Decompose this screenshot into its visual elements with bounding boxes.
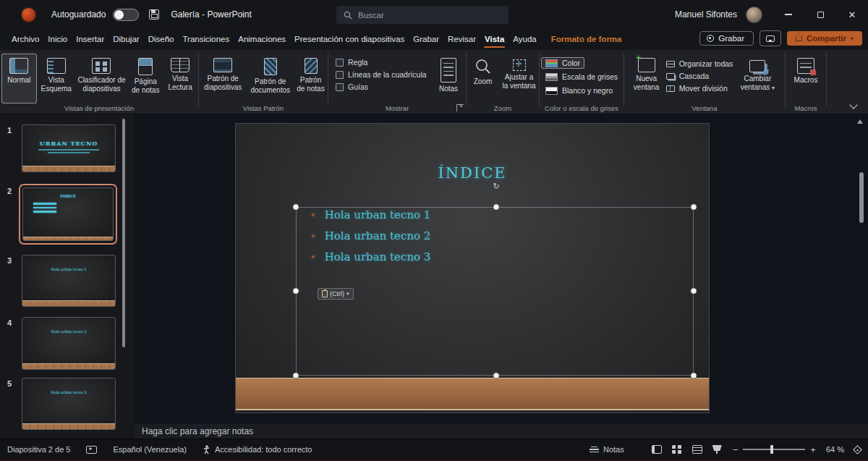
collapse-ribbon-icon[interactable] <box>849 101 857 109</box>
notes-page-button[interactable]: Página de notas <box>129 54 162 103</box>
normal-view-button[interactable]: Normal <box>1 54 37 103</box>
cascade-button[interactable]: Cascada <box>666 72 733 80</box>
resize-handle[interactable] <box>692 373 697 378</box>
tab-insertar[interactable]: Insertar <box>72 30 109 48</box>
resize-handle[interactable] <box>294 205 299 210</box>
outline-view-button[interactable]: Vista Esquema <box>38 54 75 103</box>
slide-thumbnail-5[interactable]: Hola urban tecno 3 <box>22 378 116 430</box>
minimize-button[interactable] <box>773 0 804 29</box>
zoom-slider[interactable] <box>743 449 805 450</box>
comments-button[interactable] <box>760 30 781 46</box>
close-button[interactable]: ✕ <box>836 0 868 29</box>
gridlines-checkbox[interactable]: Líneas de la cuadrícula <box>336 70 433 79</box>
tab-dibujar[interactable]: Dibujar <box>109 30 143 48</box>
move-split-button[interactable]: Mover división <box>666 84 733 93</box>
slide-title[interactable]: ÍNDICE <box>236 164 709 182</box>
slide-sorter-button[interactable]: Clasificador de diapositivas <box>76 54 128 103</box>
tab-ayuda[interactable]: Ayuda <box>509 30 540 48</box>
zoom-button[interactable]: Zoom <box>468 54 498 103</box>
notes-toggle[interactable]: Notas <box>590 445 624 454</box>
avatar[interactable] <box>746 7 762 23</box>
search-icon <box>344 11 352 20</box>
rotate-handle-icon[interactable]: ↻ <box>491 182 501 192</box>
save-icon[interactable] <box>149 9 159 20</box>
thumbnail-scrollbar[interactable] <box>122 119 125 347</box>
presenter-display-button[interactable] <box>86 446 97 454</box>
search-box[interactable]: Buscar <box>336 6 509 24</box>
record-button[interactable]: Grabar <box>699 31 754 46</box>
slide-thumbnail-2-selected[interactable]: ÍNDICE <box>19 184 117 245</box>
tab-revisar[interactable]: Revisar <box>443 30 480 48</box>
language-button[interactable]: Español (Venezuela) <box>113 445 187 454</box>
handout-master-button[interactable]: Patrón de documentos <box>248 54 294 103</box>
tab-animaciones[interactable]: Animaciones <box>234 30 290 48</box>
notes-master-icon <box>305 58 318 74</box>
tab-inicio[interactable]: Inicio <box>43 30 72 48</box>
slide-thumbnail-4[interactable]: Hola urban tecno 2 <box>22 317 116 370</box>
scroll-up-icon[interactable] <box>857 117 863 124</box>
toggle-knob <box>114 10 124 20</box>
tab-formato-de-forma[interactable]: Formato de forma <box>547 30 626 48</box>
slide-master-button[interactable]: Patrón de diapositivas <box>200 54 246 103</box>
fit-to-window-button[interactable]: Ajustar a la ventana <box>501 54 537 103</box>
document-title: Galería - PowerPoint <box>171 9 251 20</box>
tab-grabar[interactable]: Grabar <box>409 30 443 48</box>
restore-button[interactable] <box>804 0 836 29</box>
macros-button[interactable]: Macros <box>788 54 823 103</box>
slide-thumbnail-1[interactable]: URBAN TECNO <box>22 124 116 172</box>
bullet-item[interactable]: •Hola urban tecno 3 <box>310 250 430 271</box>
switch-windows-button[interactable]: Cambiar ventanas ▾ <box>736 54 779 103</box>
share-button[interactable]: Compartir ▾ <box>787 31 862 46</box>
zoom-level[interactable]: 64 % <box>826 445 844 454</box>
autosave-toggle[interactable] <box>113 9 139 21</box>
black-white-button[interactable]: Blanco y negro <box>541 85 617 96</box>
ruler-checkbox[interactable]: Regla <box>336 58 433 67</box>
slide-thumbnail-3[interactable]: Hola urban tecno 1 <box>22 255 116 307</box>
group-macros: Macros Macros <box>786 50 826 114</box>
group-color-grayscale: Color Escala de grises Blanco y negro Co… <box>540 50 624 114</box>
bullet-list[interactable]: •Hola urban tecno 1 •Hola urban tecno 2 … <box>310 208 430 271</box>
notes-master-button[interactable]: Patrón de notas <box>295 54 326 103</box>
canvas-scrollbar[interactable] <box>859 172 864 223</box>
tab-vista[interactable]: Vista <box>480 30 509 48</box>
reading-view-button[interactable] <box>692 445 702 454</box>
resize-handle[interactable] <box>294 289 299 294</box>
tab-archivo[interactable]: Archivo <box>7 30 43 48</box>
accessibility-button[interactable]: Accesibilidad: todo correcto <box>203 445 312 454</box>
resize-handle[interactable] <box>294 373 299 378</box>
slide-sorter-view-button[interactable] <box>672 445 682 454</box>
fit-slide-to-window-button[interactable] <box>853 445 862 454</box>
clipboard-icon <box>322 290 328 297</box>
bullet-item[interactable]: •Hola urban tecno 1 <box>310 208 430 229</box>
zoom-in-button[interactable]: + <box>810 444 816 455</box>
group-separator <box>826 53 827 106</box>
resize-handle[interactable] <box>692 289 697 294</box>
notes-pane[interactable]: Haga clic para agregar notas <box>135 423 868 439</box>
subtitle-line <box>48 152 90 153</box>
tab-transiciones[interactable]: Transiciones <box>178 30 234 48</box>
grayscale-button[interactable]: Escala de grises <box>541 71 622 83</box>
normal-view-button[interactable] <box>652 445 662 454</box>
zoom-slider-thumb[interactable] <box>770 445 773 454</box>
zoom-control: − + <box>733 444 816 455</box>
wood-floor <box>236 378 709 410</box>
resize-handle[interactable] <box>494 373 499 378</box>
slide-canvas[interactable]: ÍNDICE ↻ •Hola urban tecno 1 •Hola urban… <box>235 123 710 413</box>
slideshow-button[interactable] <box>712 445 723 454</box>
notes-toggle-button[interactable]: Notas <box>433 54 464 103</box>
resize-handle[interactable] <box>494 205 499 210</box>
paste-options-button[interactable]: (Ctrl) ▾ <box>318 288 354 300</box>
resize-handle[interactable] <box>692 205 697 210</box>
tab-presentacion[interactable]: Presentación con diapositivas <box>290 30 409 48</box>
bullet-item[interactable]: •Hola urban tecno 2 <box>310 229 430 250</box>
reading-view-button[interactable]: Vista Lectura <box>163 54 197 103</box>
group-label: Vistas de presentación <box>0 104 198 112</box>
new-window-button[interactable]: Nueva ventana <box>630 54 663 103</box>
arrange-all-button[interactable]: Organizar todas <box>666 59 733 68</box>
color-icon <box>545 59 558 67</box>
tab-diseno[interactable]: Diseño <box>144 30 179 48</box>
zoom-out-button[interactable]: − <box>733 444 739 455</box>
guides-checkbox[interactable]: Guías <box>336 83 433 91</box>
color-button[interactable]: Color <box>541 57 584 69</box>
user-name[interactable]: Manuel Sifontes <box>675 9 737 20</box>
